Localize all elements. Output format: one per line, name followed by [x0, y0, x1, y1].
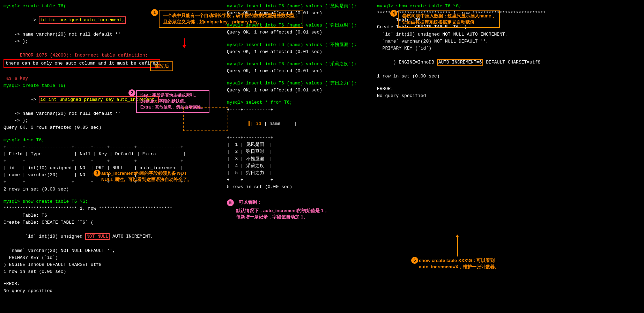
id-pk-line: -> id int unsigned primary key auto_incr…: [3, 89, 220, 110]
insert-4-cmd: mysql> insert into T6 (name) values ('采薪…: [227, 61, 370, 68]
select-row-5: | 5 | 穷日之力 |: [227, 170, 297, 177]
table-name-row: Table: T6: [3, 212, 220, 219]
right-rows-set: 1 row in set (0.00 sec): [377, 73, 641, 80]
right-pk-row: PRIMARY KEY (`id`): [377, 45, 641, 52]
name-not-null-row: `name` varchar(20) NOT NULL DEFAULT '',: [3, 247, 220, 254]
select-rows-set: 5 rows in set (0.00 sec): [227, 184, 370, 191]
rows-set-2: 1 row in set (0.00 sec): [3, 268, 220, 275]
insert-2-cmd: mysql> insert into T6 (name) values ('弥日…: [227, 22, 370, 29]
insert-3-ok: Query OK, 1 row affected (0.01 sec): [227, 49, 370, 55]
query-ok-1: Query OK, 0 rows affected (0.05 sec): [3, 124, 220, 131]
select-cmd: mysql> select * from T6;: [227, 99, 370, 106]
select-sep-2: +----+----------+: [227, 134, 297, 141]
pk-row: PRIMARY KEY (`id`): [3, 254, 220, 261]
table-sep-1: +------+-----------------+------+-----+-…: [3, 144, 220, 151]
right-show-cmd: mysql> show create table T6 \G;: [377, 3, 641, 10]
id-line-highlight: -> id int unsigned auto_increment,: [3, 10, 220, 31]
terminal-window: mysql> create table T6( -> id int unsign…: [0, 0, 644, 313]
table-sep-2: +------+-----------------+------+-----+-…: [3, 158, 220, 165]
insert-3-cmd: mysql> insert into T6 (name) values ('不愧…: [227, 42, 370, 49]
select-row-1: | 1 | 见风是雨 |: [227, 141, 297, 148]
right-id-row: `id` int(10) unsigned NOT NULL AUTO_INCR…: [377, 31, 641, 38]
right-star-row: *************************** 1. row *****…: [377, 10, 641, 17]
error-line: ERROR 1075 (42000): Incorrect table defi…: [3, 45, 220, 75]
rows-set-1: 2 rows in set (0.00 sec): [3, 186, 220, 193]
table-row-id: | id | int(10) unsigned | NO | PRI | NUL…: [3, 165, 220, 172]
error-label: ERROR:: [3, 281, 220, 288]
select-sep-1: +----+----------+: [227, 106, 297, 113]
right-name-row: `name` varchar(20) NOT NULL DEFAULT '',: [377, 38, 641, 45]
right-no-query: No query specified: [377, 92, 641, 99]
id-not-null-row: `id` int(10) unsigned NOT NULL AUTO_INCR…: [3, 226, 220, 247]
desc-cmd: mysql> desc T6;: [3, 137, 220, 144]
cmd-line-1: mysql> create table T6(: [3, 3, 220, 10]
star-row: *************************** 1. row *****…: [3, 205, 220, 212]
right-table-name: Table: T6: [377, 17, 641, 24]
ann5-text2: 每新增一条记录，字段值自动加 1。: [236, 214, 308, 219]
create-table-row: Create Table: CREATE TABLE `T6` (: [3, 219, 220, 226]
select-header: | id | name |: [227, 113, 297, 134]
error-line-2: as a key: [3, 75, 220, 82]
insert-1-ok: Query OK, 1 row affected (0.01 sec): [227, 10, 370, 17]
table-row-name: | name | varchar(20) | NO | | | |: [3, 172, 220, 179]
ann5-label: 可以看到：: [239, 200, 261, 205]
close-paren-2: -> );: [3, 117, 220, 124]
select-row-3: | 3 | 不愧屋漏 |: [227, 156, 297, 163]
right-engine-row: ) ENGINE=InnoDB AUTO_INCREMENT=6 DEFAULT…: [377, 52, 641, 73]
close-paren-1: -> );: [3, 38, 220, 45]
select-row-4: | 4 | 采薪之疾 |: [227, 163, 297, 170]
insert-5-ok: Query OK, 1 row affected (0.01 sec): [227, 87, 370, 94]
ann5-text1: 默认情况下，auto_increment的初始值是 1，: [236, 208, 328, 213]
engine-row: ) ENGINE=InnoDB DEFAULT CHARSET=utf8: [3, 261, 220, 268]
select-sep-3: +----+----------+: [227, 177, 297, 184]
right-panel: mysql> show create table T6 \G; ********…: [373, 0, 644, 313]
cmd-line-2: mysql> create table T6(: [3, 82, 220, 89]
insert-1-cmd: mysql> insert into T6 (name) values ('见风…: [227, 3, 370, 10]
select-row-2: | 2 | 弥日亘时 |: [227, 148, 297, 155]
right-create-table: Create Table: CREATE TABLE `T6` (: [377, 24, 641, 31]
insert-5-cmd: mysql> insert into T6 (name) values ('穷日…: [227, 80, 370, 87]
right-error: ERROR:: [377, 85, 641, 92]
name-line-2: -> name varchar(20) not null default '': [3, 110, 220, 117]
name-line-1: -> name varchar(20) not null default '': [3, 31, 220, 38]
no-query: No query specified: [3, 288, 220, 295]
table-header: | Field | Type | Null | Key | Default | …: [3, 151, 220, 158]
left-panel: mysql> create table T6( -> id int unsign…: [0, 0, 223, 313]
middle-panel: mysql> insert into T6 (name) values ('见风…: [223, 0, 373, 313]
table-sep-3: +------+-----------------+------+-----+-…: [3, 179, 220, 186]
insert-2-ok: Query OK, 1 row affected (0.01 sec): [227, 29, 370, 36]
show-create-cmd: mysql> show create table T6 \G;: [3, 198, 220, 205]
insert-4-ok: Query OK, 1 row affected (0.01 sec): [227, 68, 370, 75]
